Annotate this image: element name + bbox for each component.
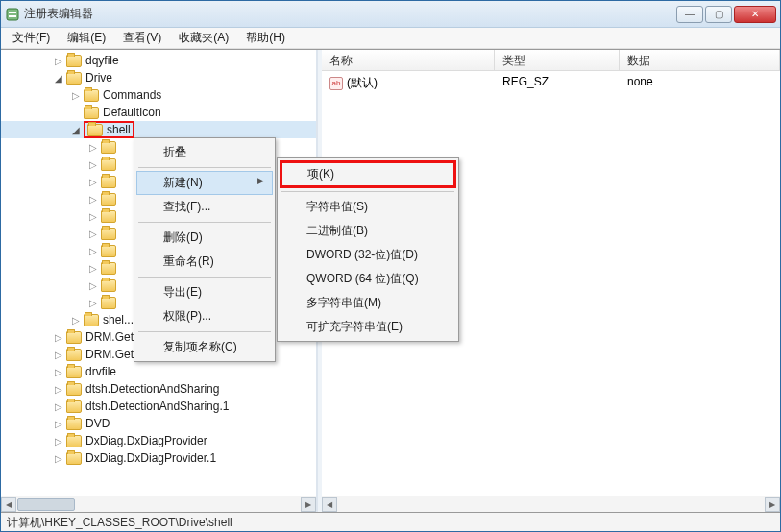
collapse-icon[interactable]: ◢ [70, 124, 82, 135]
scroll-left-button[interactable]: ◀ [322, 497, 337, 512]
string-value-icon: ab [329, 77, 343, 90]
ctx-collapse[interactable]: 折叠 [136, 140, 273, 164]
folder-icon [66, 435, 82, 447]
tree-label: drvfile [85, 365, 116, 378]
menu-edit[interactable]: 编辑(E) [60, 28, 113, 48]
tree-item[interactable]: DefaultIcon [1, 104, 316, 121]
ctx-rename[interactable]: 重命名(R) [136, 250, 273, 274]
ctx-permissions[interactable]: 权限(P)... [136, 304, 273, 328]
tree-item[interactable]: ▷DVD [1, 415, 316, 432]
scroll-thumb[interactable] [17, 498, 75, 511]
new-string[interactable]: 字符串值(S) [280, 195, 456, 219]
list-hscrollbar[interactable]: ◀ ▶ [322, 496, 780, 512]
expand-icon[interactable]: ▷ [53, 349, 64, 360]
menu-help[interactable]: 帮助(H) [238, 28, 293, 48]
expand-icon[interactable]: ▷ [53, 55, 64, 66]
tree-label: dtsh.DetectionAndSharing.1 [85, 399, 229, 413]
menu-favorites[interactable]: 收藏夹(A) [171, 28, 236, 48]
expand-icon[interactable]: ▷ [87, 245, 99, 256]
expand-icon[interactable]: ▷ [87, 158, 99, 170]
folder-icon [66, 331, 82, 344]
expand-icon[interactable]: ▷ [53, 366, 64, 377]
folder-icon [66, 55, 82, 67]
expand-icon[interactable]: ▷ [87, 279, 99, 291]
status-path: 计算机\HKEY_CLASSES_ROOT\Drive\shell [7, 516, 232, 529]
new-binary[interactable]: 二进制值(B) [280, 219, 456, 243]
folder-icon [66, 72, 82, 85]
expand-icon[interactable]: ▷ [53, 400, 64, 412]
folder-icon [101, 228, 116, 240]
new-multistring[interactable]: 多字符串值(M) [280, 291, 456, 315]
new-dword[interactable]: DWORD (32-位)值(D) [280, 243, 456, 267]
new-expandstring[interactable]: 可扩充字符串值(E) [280, 315, 456, 339]
list-header: 名称 类型 数据 [322, 50, 780, 71]
expand-icon[interactable]: ▷ [53, 383, 64, 395]
ctx-export[interactable]: 导出(E) [136, 280, 273, 304]
tree-item[interactable]: ▷DxDiag.DxDiagProvider.1 [1, 449, 316, 467]
folder-icon [84, 107, 99, 119]
folder-icon [66, 366, 82, 378]
ctx-new[interactable]: 新建(N) [136, 171, 273, 195]
folder-icon [87, 124, 103, 136]
tree-item[interactable]: ▷dqyfile [1, 52, 316, 69]
col-type[interactable]: 类型 [495, 50, 620, 70]
expand-icon[interactable]: ▷ [87, 297, 99, 308]
expand-icon[interactable]: ▷ [53, 452, 64, 464]
scroll-right-button[interactable]: ▶ [765, 497, 780, 512]
cell-name: ab(默认) [322, 73, 495, 93]
expand-icon[interactable]: ▷ [87, 193, 99, 205]
window-title: 注册表编辑器 [24, 6, 676, 22]
tree-item[interactable]: ▷DxDiag.DxDiagProvider [1, 432, 316, 449]
expand-icon[interactable]: ▷ [53, 418, 64, 429]
col-name[interactable]: 名称 [322, 50, 495, 70]
expand-icon[interactable]: ▷ [87, 262, 99, 274]
highlighted-node: shell [84, 121, 134, 138]
tree-item[interactable]: ◢Drive [1, 69, 316, 86]
app-icon [5, 7, 20, 22]
tree-item[interactable]: ▷Commands [1, 86, 316, 104]
expand-icon[interactable] [70, 107, 82, 118]
expand-icon[interactable]: ▷ [70, 314, 82, 326]
expand-icon[interactable]: ▷ [87, 141, 99, 153]
tree-item[interactable]: ▷drvfile [1, 363, 316, 380]
ctx-delete[interactable]: 删除(D) [136, 226, 273, 250]
tree-label: dtsh.DetectionAndSharing [85, 382, 219, 396]
separator [138, 277, 271, 278]
tree-label: Drive [85, 71, 112, 85]
folder-icon [101, 210, 116, 223]
collapse-icon[interactable]: ◢ [53, 72, 64, 84]
menu-view[interactable]: 查看(V) [115, 28, 169, 48]
expand-icon[interactable]: ▷ [87, 176, 99, 187]
svg-rect-2 [9, 15, 16, 17]
tree-item[interactable]: ▷dtsh.DetectionAndSharing [1, 380, 316, 398]
menu-file[interactable]: 文件(F) [5, 28, 58, 48]
tree-label: DefaultIcon [103, 106, 161, 119]
scroll-right-button[interactable]: ▶ [301, 497, 316, 512]
tree-item[interactable]: ◢shell [1, 121, 316, 138]
list-row[interactable]: ab(默认) REG_SZ none [322, 71, 780, 95]
minimize-button[interactable]: — [676, 6, 703, 23]
maximize-button[interactable]: ▢ [705, 6, 732, 23]
tree-hscrollbar[interactable]: ◀ ▶ [1, 496, 316, 512]
scroll-left-button[interactable]: ◀ [1, 497, 16, 512]
expand-icon[interactable]: ▷ [87, 228, 99, 239]
separator [138, 167, 271, 168]
tree-label: shel... [103, 313, 134, 326]
ctx-find[interactable]: 查找(F)... [136, 195, 273, 219]
expand-icon[interactable]: ▷ [53, 331, 64, 343]
close-button[interactable]: ✕ [734, 6, 776, 23]
col-data[interactable]: 数据 [620, 50, 780, 70]
new-qword[interactable]: QWORD (64 位)值(Q) [280, 267, 456, 291]
new-key[interactable]: 项(K) [280, 160, 456, 188]
ctx-copykeyname[interactable]: 复制项名称(C) [136, 335, 273, 359]
expand-icon[interactable]: ▷ [70, 89, 82, 101]
svg-rect-1 [9, 12, 16, 13]
titlebar[interactable]: 注册表编辑器 — ▢ ✕ [1, 1, 780, 28]
expand-icon[interactable]: ▷ [87, 210, 99, 222]
folder-icon [101, 193, 116, 206]
folder-icon [66, 452, 82, 465]
tree-item[interactable]: ▷dtsh.DetectionAndSharing.1 [1, 398, 316, 415]
separator [138, 222, 271, 223]
folder-icon [101, 176, 116, 188]
expand-icon[interactable]: ▷ [53, 435, 64, 447]
